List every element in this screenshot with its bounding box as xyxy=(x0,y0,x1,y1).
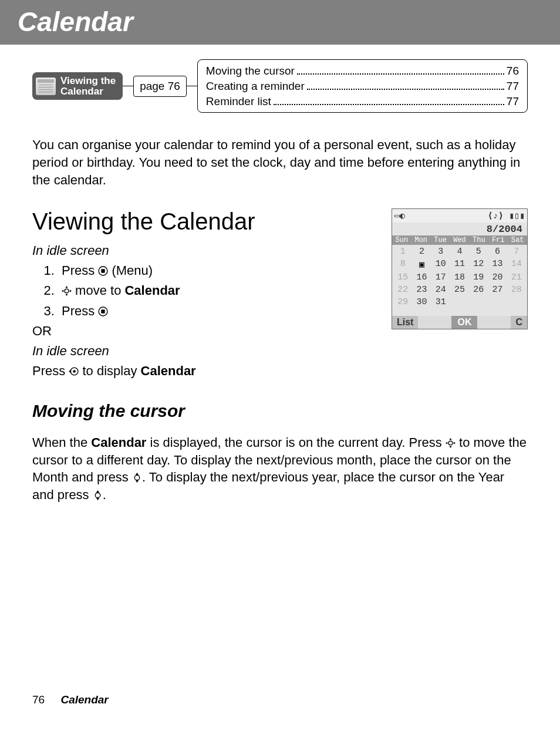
body-text: When the Calendar is displayed, the curs… xyxy=(32,434,528,504)
chip-text: Viewing the Calendar xyxy=(60,76,116,97)
nav-key-icon xyxy=(62,286,72,296)
footer-title: Calendar xyxy=(60,693,108,706)
center-key-icon xyxy=(98,306,108,316)
phone-day-cell: 28 xyxy=(507,284,526,295)
phone-status-bar: ▭◐ ⟨♪⟩ ▮▯▮ xyxy=(392,209,527,223)
phone-day-cell: 8 xyxy=(393,258,412,271)
phone-day-cell: 19 xyxy=(469,272,488,283)
phone-dow-row: Sun Mon Tue Wed Thu Fri Sat xyxy=(392,235,527,245)
svg-point-2 xyxy=(65,289,69,294)
phone-day-cell: 3 xyxy=(431,246,450,257)
phone-day-cell: 21 xyxy=(507,272,526,283)
chip-line2: Calendar xyxy=(60,86,103,97)
phone-day-cell: 18 xyxy=(450,272,469,283)
connector-line xyxy=(187,86,197,86)
page-title: Calendar xyxy=(18,6,542,38)
phone-day-cell: 27 xyxy=(488,284,507,295)
phone-day-cell: 20 xyxy=(488,272,507,283)
phone-day-cell: 26 xyxy=(469,284,488,295)
phone-day-cell: 11 xyxy=(450,258,469,271)
svg-rect-1 xyxy=(102,270,105,273)
intro-text: You can organise your calendar to remind… xyxy=(32,136,528,188)
phone-day-cell: 14 xyxy=(507,258,526,271)
toc-box: Moving the cursor 76 Creating a reminder… xyxy=(197,59,528,113)
softkey-right: C xyxy=(511,316,527,329)
svg-point-7 xyxy=(448,441,453,445)
context-label: In idle screen xyxy=(32,341,374,361)
toc-label: Moving the cursor xyxy=(206,63,295,79)
phone-day-cell: 5 xyxy=(469,246,488,257)
toc-label: Reminder list xyxy=(206,94,271,109)
nav-key-icon xyxy=(446,438,456,448)
phone-day-cell: 30 xyxy=(412,297,431,308)
center-key-icon xyxy=(98,266,108,276)
softkey-left: List xyxy=(392,316,418,329)
phone-day-cell: 31 xyxy=(431,297,450,308)
svg-point-9 xyxy=(95,493,100,498)
steps: In idle screen Press (Menu) move to Cale… xyxy=(32,241,374,381)
phone-day-cell: 24 xyxy=(431,284,450,295)
signal-icon: ⟨♪⟩ ▮▯▮ xyxy=(488,210,525,221)
toc-row: Moving the cursor 76 xyxy=(206,63,519,79)
phone-day-cell: 17 xyxy=(431,272,450,283)
page-ref-box: page 76 xyxy=(133,76,187,97)
step-2: move to Calendar xyxy=(58,281,374,301)
step-1: Press (Menu) xyxy=(58,261,374,281)
updown-key-icon xyxy=(132,473,142,483)
toc-page: 76 xyxy=(507,63,519,79)
phone-day-cell: 16 xyxy=(412,272,431,283)
topic-chip: Viewing the Calendar xyxy=(32,72,123,100)
phone-day-cell: 10 xyxy=(431,258,450,271)
chip-line1: Viewing the xyxy=(60,75,116,86)
phone-screenshot: ▭◐ ⟨♪⟩ ▮▯▮ 8/2004 Sun Mon Tue Wed Thu Fr… xyxy=(392,208,528,329)
phone-day-cell: 1 xyxy=(393,246,412,257)
calendar-icon xyxy=(36,78,56,95)
footer: 76 Calendar xyxy=(32,693,109,706)
toc-leader xyxy=(297,63,504,75)
phone-day-cell: 4 xyxy=(450,246,469,257)
phone-day-cell: 25 xyxy=(450,284,469,295)
toc-leader xyxy=(274,93,504,105)
toc-row: Creating a reminder 77 xyxy=(206,79,519,94)
alt-step: Press to display Calendar xyxy=(32,361,374,381)
toc-leader xyxy=(307,79,504,90)
or-label: OR xyxy=(32,321,374,341)
updown-key-icon xyxy=(93,490,103,500)
connector-line xyxy=(123,86,133,86)
nav-row: Viewing the Calendar page 76 Moving the … xyxy=(32,59,528,113)
svg-point-8 xyxy=(134,476,140,481)
subsection-heading: Moving the cursor xyxy=(32,401,528,421)
svg-rect-4 xyxy=(102,309,105,313)
phone-day-cell: 6 xyxy=(488,246,507,257)
context-label: In idle screen xyxy=(32,241,374,261)
softkey-center: OK xyxy=(451,316,477,329)
phone-day-cell: 2 xyxy=(412,246,431,257)
toc-page: 77 xyxy=(507,94,519,109)
phone-day-cell: 29 xyxy=(393,297,412,308)
battery-icon: ▭◐ xyxy=(394,210,405,221)
section-heading: Viewing the Calendar xyxy=(32,208,374,235)
phone-softkeys: List OK C xyxy=(392,316,527,329)
footer-page: 76 xyxy=(32,693,45,706)
phone-day-cell: 13 xyxy=(488,258,507,271)
phone-month: 8/2004 xyxy=(392,223,527,235)
phone-day-cell: 23 xyxy=(412,284,431,295)
phone-day-cell: 15 xyxy=(393,272,412,283)
svg-point-6 xyxy=(73,370,76,373)
left-key-icon xyxy=(69,366,79,376)
phone-day-grid: 12345678▣1011121314151617181920212223242… xyxy=(392,245,527,316)
phone-day-cell: 12 xyxy=(469,258,488,271)
toc-label: Creating a reminder xyxy=(206,79,305,94)
toc-page: 77 xyxy=(507,79,519,94)
toc-row: Reminder list 77 xyxy=(206,93,519,109)
title-banner: Calendar xyxy=(0,0,560,45)
step-3: Press xyxy=(58,301,374,321)
phone-day-cell: 22 xyxy=(393,284,412,295)
phone-day-cell: ▣ xyxy=(412,258,431,271)
phone-day-cell: 7 xyxy=(507,246,526,257)
